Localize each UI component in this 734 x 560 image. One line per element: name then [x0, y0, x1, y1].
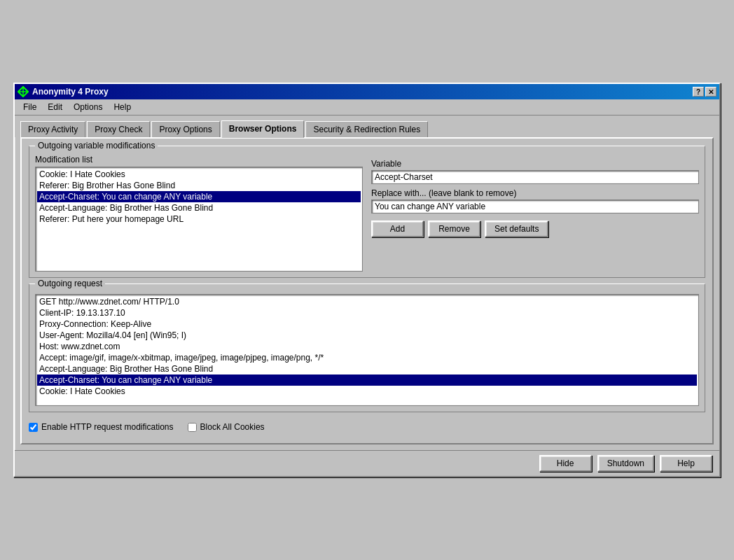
tab-proxy-check[interactable]: Proxy Check [87, 121, 150, 139]
content-area: Outgoing variable modifications Modifica… [20, 137, 714, 444]
block-cookies-label: Block All Cookies [200, 422, 265, 432]
block-cookies-checkbox[interactable] [188, 423, 197, 432]
request-line: Proxy-Connection: Keep-Alive [37, 318, 697, 330]
request-line: Host: www.zdnet.com [37, 341, 697, 352]
hide-button[interactable]: Hide [539, 455, 592, 472]
modification-list-col: Modification list Cookie: I Hate Cookies… [35, 155, 363, 272]
set-defaults-button[interactable]: Set defaults [485, 220, 548, 237]
menu-help[interactable]: Help [108, 101, 137, 113]
request-line: Accept: image/gif, image/x-xbitmap, imag… [37, 352, 697, 363]
enable-http-row: Enable HTTP request modifications [29, 422, 174, 432]
list-item-selected[interactable]: Accept-Charset: You can change ANY varia… [37, 191, 361, 202]
shutdown-button[interactable]: Shutdown [597, 455, 654, 472]
menu-options[interactable]: Options [68, 101, 108, 113]
title-bar: Anonymity 4 Proxy ? ✕ [15, 84, 719, 99]
mod-list-label: Modification list [35, 155, 363, 164]
request-line: GET http://www.zdnet.com/ HTTP/1.0 [37, 296, 697, 307]
list-item[interactable]: Referer: Put here your homepage URL [37, 214, 361, 225]
variable-col: Variable Replace with... (leave blank to… [371, 155, 699, 272]
title-bar-left: Anonymity 4 Proxy [18, 86, 109, 97]
request-line: Client-IP: 19.13.137.10 [37, 307, 697, 318]
tab-proxy-activity[interactable]: Proxy Activity [20, 121, 85, 139]
outgoing-request-group: Outgoing request GET http://www.zdnet.co… [29, 284, 705, 412]
request-group-label: Outgoing request [35, 279, 105, 288]
help-button[interactable]: Help [660, 455, 712, 472]
list-item[interactable]: Accept-Language: Big Brother Has Gone Bl… [37, 202, 361, 214]
request-listbox[interactable]: GET http://www.zdnet.com/ HTTP/1.0 Clien… [35, 294, 699, 406]
footer: Hide Shutdown Help [15, 450, 719, 476]
outgoing-variable-group: Outgoing variable modifications Modifica… [29, 146, 705, 278]
menu-edit[interactable]: Edit [42, 101, 68, 113]
close-title-button[interactable]: ✕ [705, 87, 716, 97]
variable-label: Variable [371, 159, 699, 169]
remove-button[interactable]: Remove [428, 220, 480, 237]
action-buttons: Add Remove Set defaults [371, 220, 699, 237]
tabs-container: Proxy Activity Proxy Check Proxy Options… [15, 115, 719, 137]
request-line: Cookie: I Hate Cookies [37, 386, 697, 397]
enable-http-label: Enable HTTP request modifications [41, 422, 174, 432]
title-buttons: ? ✕ [693, 87, 716, 97]
main-window: Anonymity 4 Proxy ? ✕ File Edit Options … [13, 83, 721, 477]
menubar: File Edit Options Help [15, 99, 719, 115]
request-line: Accept-Language: Big Brother Has Gone Bl… [37, 363, 697, 374]
enable-http-checkbox[interactable] [29, 423, 38, 432]
list-item[interactable]: Cookie: I Hate Cookies [37, 169, 361, 180]
tab-browser-options[interactable]: Browser Options [221, 120, 305, 138]
block-cookies-row: Block All Cookies [188, 422, 265, 432]
variable-input[interactable] [371, 170, 699, 184]
help-title-button[interactable]: ? [693, 87, 704, 97]
two-col-layout: Modification list Cookie: I Hate Cookies… [35, 155, 699, 272]
menu-file[interactable]: File [18, 101, 42, 113]
list-item[interactable]: Referer: Big Brother Has Gone Blind [37, 180, 361, 191]
bottom-options: Enable HTTP request modifications Block … [29, 418, 705, 436]
modification-listbox[interactable]: Cookie: I Hate Cookies Referer: Big Brot… [35, 167, 363, 272]
tab-proxy-options[interactable]: Proxy Options [151, 121, 219, 139]
request-line: User-Agent: Mozilla/4.04 [en] (Win95; I) [37, 330, 697, 341]
window-title: Anonymity 4 Proxy [32, 87, 109, 97]
outgoing-variable-label: Outgoing variable modifications [35, 141, 158, 150]
replace-input[interactable] [371, 200, 699, 214]
request-line-selected: Accept-Charset: You can change ANY varia… [37, 374, 697, 386]
app-icon [18, 86, 29, 97]
tab-security-rules[interactable]: Security & Redirection Rules [305, 121, 428, 139]
add-button[interactable]: Add [371, 220, 424, 237]
replace-label: Replace with... (leave blank to remove) [371, 188, 699, 198]
